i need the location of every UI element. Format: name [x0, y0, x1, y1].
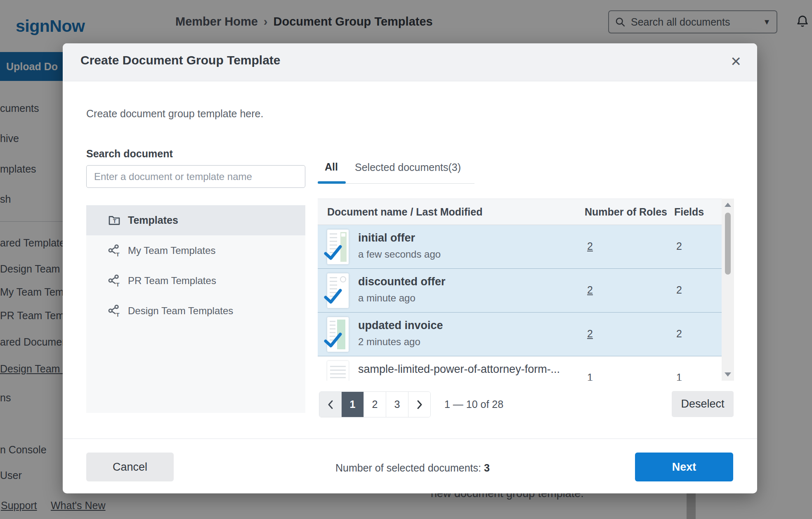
close-icon[interactable]: ✕ [730, 53, 741, 70]
create-document-group-template-modal: Create Document Group Template ✕ Create … [63, 43, 757, 493]
roles-link[interactable]: 2 [578, 328, 602, 340]
folder-my-team-templates[interactable]: T My Team Templates [86, 235, 305, 265]
table-row[interactable]: initial offer a few seconds ago 2 2 [318, 225, 722, 269]
folder-label: Templates [128, 214, 178, 226]
doc-name: initial offer [358, 232, 415, 244]
documents-table: Document name / Last Modified Number of … [318, 199, 734, 381]
doc-modified: a minute ago [358, 292, 415, 304]
cancel-button[interactable]: Cancel [86, 453, 174, 481]
fields-value: 2 [667, 240, 692, 252]
doc-name: sample-limited-power-of-attorney-form-..… [358, 363, 560, 376]
folder-template-icon: T [107, 214, 121, 227]
column-fields: Fields [674, 206, 704, 218]
folder-label: PR Team Templates [128, 275, 216, 287]
roles-link[interactable]: 2 [578, 240, 602, 252]
table-row[interactable]: sample-limited-power-of-attorney-form-..… [318, 356, 722, 381]
doc-name: discounted offer [358, 275, 446, 288]
footer-divider [63, 438, 757, 439]
chevron-right-icon[interactable] [408, 392, 430, 417]
page-button-3[interactable]: 3 [386, 392, 408, 417]
modal-intro-text: Create document group template here. [86, 108, 263, 120]
check-icon [323, 244, 342, 263]
table-scrollbar[interactable] [722, 199, 734, 381]
column-number-of-roles: Number of Roles [585, 206, 667, 218]
deselect-button[interactable]: Deselect [672, 391, 734, 417]
team-share-icon: T [107, 244, 121, 257]
active-tab-underline [318, 181, 346, 184]
folder-design-team-templates[interactable]: T Design Team Templates [86, 296, 305, 326]
roles-link[interactable]: 2 [578, 284, 602, 296]
search-document-label: Search document [86, 148, 173, 160]
scroll-down-icon[interactable] [725, 372, 731, 377]
svg-text:T: T [116, 312, 120, 318]
page-button-2[interactable]: 2 [364, 392, 386, 417]
selected-count-value: 3 [484, 462, 490, 474]
check-icon [323, 288, 342, 307]
page-button-1[interactable]: 1 [342, 392, 364, 417]
selected-count-label: Number of selected documents: [335, 462, 481, 474]
pagination-range: 1 — 10 of 28 [444, 398, 503, 410]
folder-templates[interactable]: T Templates [86, 205, 305, 235]
doc-name: updated invoice [358, 319, 443, 332]
team-share-icon: T [107, 274, 121, 287]
svg-text:T: T [116, 251, 120, 257]
fields-value: 1 [667, 372, 692, 381]
modal-header: Create Document Group Template ✕ [63, 43, 757, 81]
team-share-icon: T [107, 304, 121, 318]
tab-selected-documents[interactable]: Selected documents(3) [355, 161, 461, 173]
scrollbar-thumb[interactable] [725, 213, 731, 275]
fields-value: 2 [667, 328, 692, 340]
column-document-name: Document name / Last Modified [327, 206, 482, 218]
svg-text:T: T [113, 218, 116, 224]
tab-all[interactable]: All [325, 161, 338, 173]
folder-pr-team-templates[interactable]: T PR Team Templates [86, 265, 305, 296]
table-row[interactable]: updated invoice 2 minutes ago 2 2 [318, 313, 722, 356]
table-header: Document name / Last Modified Number of … [318, 199, 722, 225]
svg-text:T: T [116, 282, 120, 287]
modal-title: Create Document Group Template [80, 53, 281, 67]
table-row[interactable]: discounted offer a minute ago 2 2 [318, 269, 722, 313]
pagination: 1 2 3 [319, 391, 431, 417]
folder-label: Design Team Templates [128, 305, 233, 317]
roles-value: 1 [578, 372, 602, 381]
doc-thumbnail [327, 361, 349, 381]
doc-modified: a few seconds ago [358, 249, 441, 260]
doc-modified: 2 minutes ago [358, 336, 420, 348]
fields-value: 2 [667, 284, 692, 296]
selected-documents-count: Number of selected documents: 3 [335, 462, 490, 474]
folder-list: T Templates T My Team Templates T PR Tea… [86, 205, 305, 413]
check-icon [323, 332, 342, 351]
folder-label: My Team Templates [128, 245, 216, 256]
next-button[interactable]: Next [635, 453, 733, 481]
chevron-left-icon[interactable] [319, 392, 342, 417]
document-search-input[interactable] [86, 165, 305, 188]
scroll-up-icon[interactable] [725, 203, 731, 207]
